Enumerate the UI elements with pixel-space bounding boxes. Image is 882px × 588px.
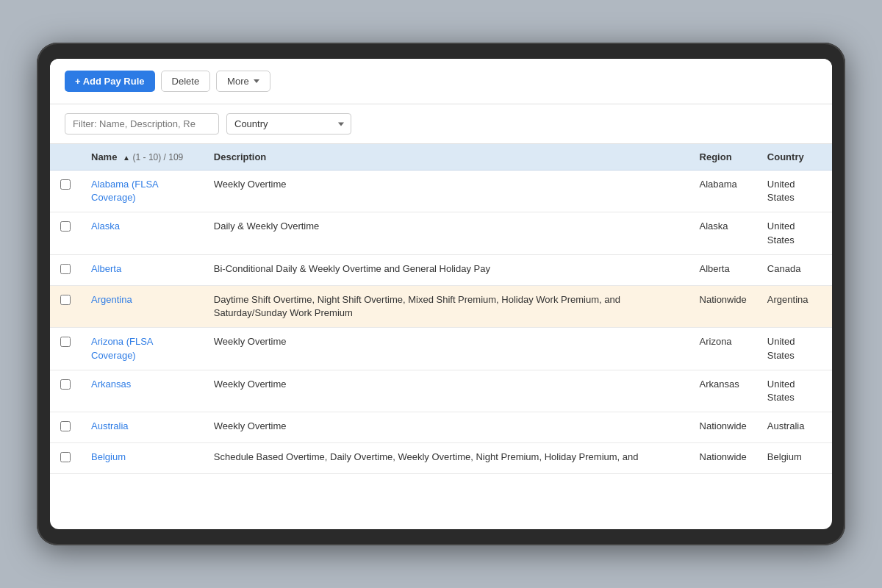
region-header: Region [689,144,757,171]
row-checkbox-cell [50,171,81,212]
row-checkbox[interactable] [60,179,71,190]
row-country-cell: Australia [757,412,832,443]
filter-bar: Country United States Canada Argentina A… [50,104,832,144]
row-checkbox-cell [50,370,81,412]
table-row: BelgiumSchedule Based Overtime, Daily Ov… [50,443,832,474]
row-description-cell: Daytime Shift Overtime, Night Shift Over… [204,285,689,327]
table-row: Arizona (FLSA Coverage)Weekly OvertimeAr… [50,328,832,370]
row-name-cell: Alaska [81,212,204,254]
row-name-link[interactable]: Arizona (FLSA Coverage) [91,336,153,360]
row-checkbox-cell [50,285,81,327]
delete-button[interactable]: Delete [161,71,211,92]
row-region-cell: Nationwide [689,412,757,443]
pay-rules-table: Name ▲ (1 - 10) / 109 Description Region… [50,144,832,474]
table-row: AlbertaBi-Conditional Daily & Weekly Ove… [50,254,832,285]
row-checkbox-cell [50,328,81,370]
row-checkbox[interactable] [60,452,71,462]
name-header[interactable]: Name ▲ (1 - 10) / 109 [81,144,204,171]
device-frame: + Add Pay Rule Delete More Country Unite… [37,43,845,545]
row-checkbox-cell [50,412,81,443]
row-description-cell: Weekly Overtime [204,412,689,443]
row-region-cell: Alabama [689,171,757,212]
filter-input[interactable] [65,113,219,135]
row-country-cell: United States [757,328,832,370]
row-checkbox[interactable] [60,337,71,347]
row-name-cell: Arkansas [81,370,204,412]
row-name-link[interactable]: Alaska [91,220,120,232]
country-header: Country [757,144,832,171]
row-name-cell: Australia [81,412,204,443]
row-checkbox[interactable] [60,264,71,274]
row-region-cell: Arkansas [689,370,757,412]
row-country-cell: Argentina [757,285,832,327]
row-checkbox[interactable] [60,421,71,431]
row-name-cell: Arizona (FLSA Coverage) [81,328,204,370]
add-pay-rule-button[interactable]: + Add Pay Rule [65,71,155,92]
toolbar: + Add Pay Rule Delete More [50,59,832,104]
row-description-cell: Weekly Overtime [204,328,689,370]
table-header-row: Name ▲ (1 - 10) / 109 Description Region… [50,144,832,171]
row-name-cell: Argentina [81,285,204,327]
row-name-cell: Belgium [81,443,204,474]
more-button[interactable]: More [216,71,270,92]
name-label: Name [91,151,117,162]
chevron-down-icon [254,79,259,83]
row-country-cell: Canada [757,254,832,285]
row-region-cell: Alberta [689,254,757,285]
table-row: AustraliaWeekly OvertimeNationwideAustra… [50,412,832,443]
country-select[interactable]: Country United States Canada Argentina A… [226,113,351,135]
screen: + Add Pay Rule Delete More Country Unite… [50,59,832,529]
row-description-cell: Weekly Overtime [204,370,689,412]
row-region-cell: Alaska [689,212,757,254]
sort-icon: ▲ [123,154,130,162]
table-row: ArgentinaDaytime Shift Overtime, Night S… [50,285,832,327]
description-header: Description [204,144,689,171]
row-description-cell: Weekly Overtime [204,171,689,212]
row-region-cell: Arizona [689,328,757,370]
checkbox-header [50,144,81,171]
pagination-info: (1 - 10) / 109 [133,152,184,162]
table-row: AlaskaDaily & Weekly OvertimeAlaskaUnite… [50,212,832,254]
row-region-cell: Nationwide [689,443,757,474]
table-row: Alabama (FLSA Coverage)Weekly OvertimeAl… [50,171,832,212]
row-checkbox[interactable] [60,221,71,232]
row-description-cell: Daily & Weekly Overtime [204,212,689,254]
row-name-link[interactable]: Arkansas [91,379,131,390]
row-country-cell: United States [757,171,832,212]
row-name-cell: Alabama (FLSA Coverage) [81,171,204,212]
table-row: ArkansasWeekly OvertimeArkansasUnited St… [50,370,832,412]
row-name-link[interactable]: Alberta [91,263,121,274]
row-name-link[interactable]: Alabama (FLSA Coverage) [91,179,158,203]
row-checkbox[interactable] [60,379,71,390]
row-name-link[interactable]: Argentina [91,294,132,305]
row-description-cell: Schedule Based Overtime, Daily Overtime,… [204,443,689,474]
row-name-link[interactable]: Australia [91,420,129,431]
row-checkbox[interactable] [60,295,71,305]
country-select-wrapper: Country United States Canada Argentina A… [226,113,351,135]
row-checkbox-cell [50,254,81,285]
row-name-cell: Alberta [81,254,204,285]
row-checkbox-cell [50,212,81,254]
row-country-cell: United States [757,212,832,254]
row-country-cell: Belgium [757,443,832,474]
row-region-cell: Nationwide [689,285,757,327]
row-checkbox-cell [50,443,81,474]
row-name-link[interactable]: Belgium [91,451,126,462]
row-description-cell: Bi-Conditional Daily & Weekly Overtime a… [204,254,689,285]
row-country-cell: United States [757,370,832,412]
